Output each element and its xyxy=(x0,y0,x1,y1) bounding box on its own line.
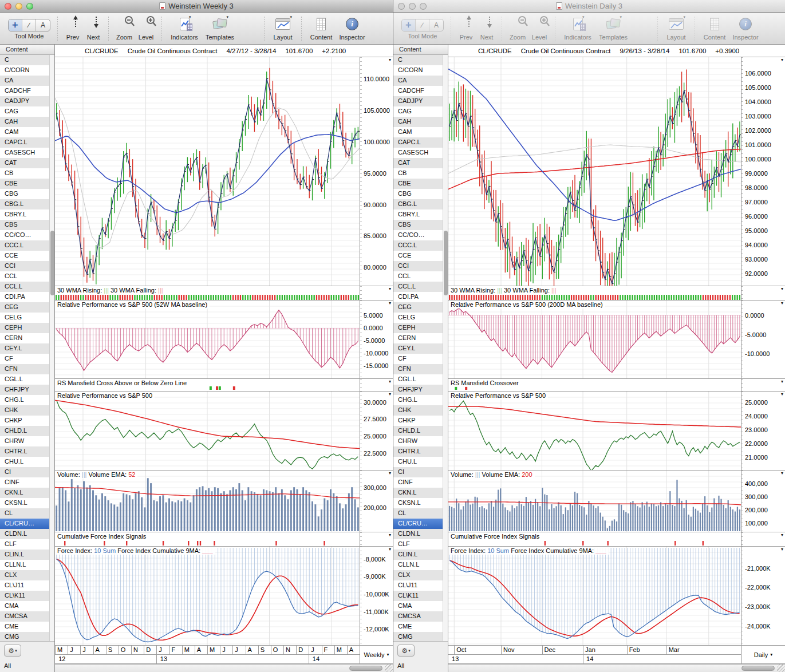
collapse-panel-icon[interactable]: ▾ xyxy=(781,379,783,384)
collapse-panel-icon[interactable]: ▾ xyxy=(781,392,783,397)
list-item[interactable]: CB xyxy=(393,168,443,179)
list-item[interactable]: CMCSA xyxy=(393,611,443,622)
timeframe-selector[interactable]: Weekly▾ xyxy=(360,646,393,663)
collapse-panel-icon[interactable]: ▾ xyxy=(389,471,391,476)
list-item[interactable]: CASESCH xyxy=(393,148,443,158)
weekly-rs-mansfield-plot[interactable]: RS Mansfield Cross Above or Below Zero L… xyxy=(55,379,360,391)
list-item[interactable]: CAM xyxy=(393,127,443,137)
list-item[interactable]: CHU.L xyxy=(0,457,50,467)
weekly-force-index-plot[interactable]: Force Index: 10 Sum Force Index Cumulati… xyxy=(55,547,360,645)
list-item[interactable]: CL/CRU… xyxy=(393,519,443,529)
list-item[interactable]: CA xyxy=(393,76,443,86)
list-item[interactable]: CCC.L xyxy=(393,240,443,251)
list-item[interactable]: CEG xyxy=(0,302,50,313)
list-item[interactable]: CFN xyxy=(393,364,443,374)
daily-30wma-strip-y-axis[interactable]: ▾ xyxy=(741,286,785,300)
list-item[interactable]: CAH xyxy=(0,117,50,127)
collapse-panel-icon[interactable]: ▾ xyxy=(781,57,783,62)
list-item[interactable]: CB xyxy=(0,168,50,179)
text-tool-button[interactable]: A xyxy=(36,19,50,31)
list-item[interactable]: CL xyxy=(0,508,50,519)
list-item[interactable]: CELG xyxy=(0,313,50,323)
list-item[interactable]: CHKP xyxy=(393,416,443,426)
list-item[interactable]: CADCHF xyxy=(0,86,50,96)
list-item[interactable]: CME xyxy=(0,622,50,632)
list-item[interactable]: CBG.L xyxy=(393,199,443,209)
list-item[interactable]: CC/CO… xyxy=(0,230,50,240)
weekly-rel-perf-plot[interactable]: Relative Performance vs S&P 500 xyxy=(55,392,360,470)
action-gear-button[interactable]: ⚙▾ xyxy=(397,645,415,657)
list-item[interactable]: CCI xyxy=(393,261,443,271)
list-item[interactable]: CHRW xyxy=(0,436,50,446)
list-item[interactable]: CEG xyxy=(393,302,443,313)
titlebar[interactable]: Weinstein Daily 3 xyxy=(393,0,785,13)
list-item[interactable]: CBRY.L xyxy=(0,209,50,220)
sidebar-scrollbar-thumb[interactable] xyxy=(50,231,54,295)
titlebar[interactable]: Weinstein Weekly 3 xyxy=(0,0,393,13)
weekly-cfi-signals-plot[interactable]: Cumulative Force Index Signals xyxy=(55,532,360,546)
daily-rel-perf-baseline-y-axis[interactable]: ▾0.0000-5.0000-10.0000 xyxy=(741,301,785,378)
list-item[interactable]: CKSN.L xyxy=(393,498,443,508)
list-item[interactable]: CEY.L xyxy=(0,343,50,354)
collapse-panel-icon[interactable]: ▾ xyxy=(389,57,391,62)
list-item[interactable]: CHLD.L xyxy=(0,426,50,436)
list-item[interactable]: CAT xyxy=(393,158,443,168)
list-item[interactable]: CL\J11 xyxy=(0,580,50,591)
daily-rel-perf-y-axis[interactable]: ▾25.000024.000023.000022.000021.0000 xyxy=(741,392,785,470)
list-item[interactable]: CF xyxy=(0,354,50,364)
list-item[interactable]: CFN xyxy=(0,364,50,374)
list-item[interactable]: CMG xyxy=(0,632,50,641)
sidebar-header[interactable]: Content xyxy=(393,45,448,55)
list-item[interactable]: CKN.L xyxy=(0,488,50,498)
list-item[interactable]: CHKP xyxy=(0,416,50,426)
list-item[interactable]: CHU.L xyxy=(393,457,443,467)
list-item[interactable]: CLDN.L xyxy=(0,529,50,539)
list-item[interactable]: CCE xyxy=(393,251,443,261)
zoom-out-button[interactable]: Zoom xyxy=(507,15,528,41)
sidebar-scrollbar[interactable] xyxy=(443,55,448,641)
list-item[interactable]: C/CORN xyxy=(0,65,50,76)
weekly-rel-perf-baseline-plot[interactable]: Relative Performance vs S&P 500 (52W MA … xyxy=(55,301,360,378)
layout-button[interactable]: ▾ Layout xyxy=(662,15,690,41)
line-tool-button[interactable]: ∕ xyxy=(22,19,36,31)
indicators-button[interactable]: ▾ Indicators xyxy=(560,15,595,41)
list-item[interactable]: CHFJPY xyxy=(393,385,443,395)
list-item[interactable]: C/CORN xyxy=(393,65,443,76)
list-item[interactable]: CAM xyxy=(0,127,50,137)
time-axis[interactable]: OctNovDecJanFebMar1314Daily▾ xyxy=(448,646,785,664)
list-item[interactable]: CADJPY xyxy=(0,96,50,106)
daily-force-index-y-axis[interactable]: ▾-21,000K-22,000K-23,000K-24,000K xyxy=(741,547,785,645)
list-item[interactable]: CAPC.L xyxy=(393,137,443,148)
next-button[interactable]: Next xyxy=(83,15,104,41)
resize-grip[interactable] xyxy=(777,665,785,672)
list-item[interactable]: CCI xyxy=(0,261,50,271)
list-item[interactable]: CLIN.L xyxy=(0,550,50,560)
content-button[interactable]: Content xyxy=(700,15,729,41)
collapse-panel-icon[interactable]: ▾ xyxy=(781,547,783,552)
collapse-panel-icon[interactable]: ▾ xyxy=(389,301,391,306)
collapse-panel-icon[interactable]: ▾ xyxy=(389,547,391,552)
list-item[interactable]: CME xyxy=(393,622,443,632)
weekly-volume-y-axis[interactable]: ▾300,000200,000 xyxy=(360,471,393,532)
daily-cfi-signals-y-axis[interactable]: ▾ xyxy=(741,532,785,546)
list-item[interactable]: CL/CRU… xyxy=(0,519,50,529)
list-item[interactable]: CELG xyxy=(393,313,443,323)
list-item[interactable]: CDI.PA xyxy=(0,292,50,302)
list-item[interactable]: CKN.L xyxy=(393,488,443,498)
list-item[interactable]: CBG.L xyxy=(0,199,50,209)
list-item[interactable]: CBE xyxy=(0,179,50,189)
list-item[interactable]: CLX xyxy=(0,570,50,580)
list-item[interactable]: CHG.L xyxy=(0,395,50,405)
daily-cfi-signals-plot[interactable]: Cumulative Force Index Signals xyxy=(448,532,741,546)
list-item[interactable]: CCE xyxy=(0,251,50,261)
list-item[interactable]: CERN xyxy=(0,333,50,343)
layout-button[interactable]: ▾ Layout xyxy=(269,15,297,41)
list-item[interactable]: CINF xyxy=(393,477,443,488)
daily-price-y-axis[interactable]: ▾106.0000105.0000104.0000103.0000102.000… xyxy=(741,57,785,286)
tool-mode-segmented-control[interactable]: ✛ ∕ A xyxy=(401,19,444,31)
close-button[interactable] xyxy=(5,3,11,10)
sidebar-scrollbar[interactable] xyxy=(49,55,54,641)
list-item[interactable]: CLX xyxy=(393,570,443,580)
list-item[interactable]: CINF xyxy=(0,477,50,488)
weekly-rel-perf-baseline-y-axis[interactable]: ▾5.00000.0000-5.0000-10.0000-15.0000 xyxy=(360,301,393,378)
